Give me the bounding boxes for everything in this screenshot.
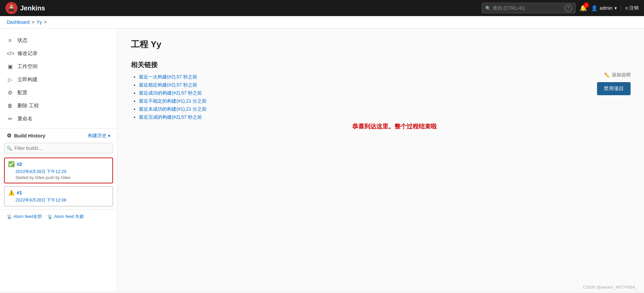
disable-project-button[interactable]: 禁用项目 — [597, 82, 631, 95]
breadcrumb-sep-1: > — [32, 19, 35, 25]
build-1-number-link[interactable]: #1 — [17, 190, 22, 195]
search-icon: 🔍 — [485, 6, 491, 11]
related-links-title: 相关链接 — [131, 60, 631, 69]
page-title: 工程 Yy — [131, 39, 631, 50]
trash-icon: 🗑 — [7, 103, 13, 109]
logout-label: 注销 — [629, 5, 639, 11]
sidebar-label-delete: 删除 工程 — [17, 103, 39, 109]
atom-feed: 📡 Atom feed全部 📡 Atom feed 失败 — [0, 209, 117, 224]
sidebar-item-rename[interactable]: ✏ 重命名 — [0, 112, 117, 125]
breadcrumb-sep-2: > — [44, 19, 47, 25]
notification-bell[interactable]: 🔔 1 — [580, 4, 587, 12]
sidebar-item-workspace[interactable]: ▣ 工作空间 — [0, 60, 117, 73]
sidebar-item-changes[interactable]: </> 修改记录 — [0, 47, 117, 60]
success-icon-2: ✅ — [8, 161, 15, 167]
sidebar-label-changes: 修改记录 — [17, 50, 38, 57]
list-item: 最近完成的构建(#2),57 秒之前 — [139, 114, 631, 120]
related-link-5[interactable]: 最近完成的构建(#2),57 秒之前 — [139, 114, 202, 120]
jenkins-icon — [5, 2, 17, 14]
status-icon: ≡ — [7, 38, 13, 44]
changes-icon: </> — [7, 51, 13, 57]
logout-button[interactable]: ⎋ 注销 — [621, 5, 639, 11]
related-links-list: 最近一次构建(#2),57 秒之前 最近稳定构建(#2),57 秒之前 最近成功… — [131, 74, 631, 120]
svg-rect-5 — [9, 9, 10, 12]
list-item: 最近未成功的构建(#1),21 分之前 — [139, 106, 631, 112]
build-history-subtitle-label: 构建历史 — [88, 133, 107, 139]
build-history-title-group: ⚙ Build History — [7, 132, 45, 139]
sidebar-label-build-now: 立即构建 — [17, 76, 38, 83]
user-icon: 👤 — [591, 5, 598, 11]
help-icon[interactable]: ? — [565, 4, 572, 12]
build-2-started: Started by Gitee push by Gitee — [15, 175, 109, 180]
svg-rect-6 — [13, 9, 14, 12]
svg-point-2 — [10, 6, 11, 7]
right-actions: ✏️ 添加说明 禁用项目 — [597, 72, 631, 95]
sidebar-item-delete[interactable]: 🗑 删除 工程 — [0, 99, 117, 112]
header: Jenkins 🔍 ? 🔔 1 👤 admin ▾ ⎋ 注销 — [0, 0, 644, 16]
atom-icon-all: 📡 — [7, 214, 12, 219]
sidebar-label-rename: 重命名 — [17, 116, 33, 122]
logo[interactable]: Jenkins — [5, 2, 45, 14]
chevron-down-icon: ▾ — [614, 5, 617, 11]
build-item-2[interactable]: ✅ #2 2022年8月28日 下午12:29 Started by Gitee… — [4, 158, 113, 183]
build-2-title: ✅ #2 — [8, 161, 109, 167]
sidebar-item-status[interactable]: ≡ 状态 — [0, 34, 117, 47]
breadcrumb-project[interactable]: Yy — [37, 19, 42, 25]
workspace-icon: ▣ — [7, 63, 13, 70]
breadcrumb-dashboard[interactable]: Dashboard — [7, 19, 30, 25]
build-history-title: Build History — [14, 133, 45, 138]
atom-all-link[interactable]: 📡 Atom feed全部 — [7, 214, 42, 220]
related-link-4[interactable]: 最近未成功的构建(#1),21 分之前 — [139, 106, 207, 112]
filter-builds-container: 🔍 — [4, 143, 113, 154]
gear-icon: ⚙ — [7, 90, 13, 96]
build-item-1[interactable]: ⚠️ #1 2022年8月28日 下午12:08 — [4, 186, 113, 207]
related-link-1[interactable]: 最近稳定构建(#2),57 秒之前 — [139, 82, 197, 87]
add-description-label: 添加说明 — [612, 72, 631, 78]
svg-point-3 — [12, 6, 13, 7]
build-icon: ▷ — [7, 76, 13, 83]
related-links-section: 相关链接 最近一次构建(#2),57 秒之前 最近稳定构建(#2),57 秒之前… — [131, 60, 631, 120]
build-2-date-link[interactable]: 2022年8月28日 下午12:29 — [15, 169, 109, 175]
filter-wrapper: 🔍 — [4, 143, 113, 154]
build-history-header: ⚙ Build History 构建历史 ▾ — [0, 128, 117, 143]
build-2-number-link[interactable]: #2 — [17, 162, 22, 167]
user-label: admin — [600, 5, 612, 11]
pencil-icon: ✏ — [7, 116, 13, 122]
logout-icon: ⎋ — [625, 5, 628, 11]
sidebar-label-status: 状态 — [17, 37, 28, 44]
sidebar-label-workspace: 工作空间 — [17, 63, 38, 70]
notification-badge: 1 — [584, 2, 589, 8]
filter-builds-input[interactable] — [4, 143, 113, 154]
sidebar-label-configure: 配置 — [17, 90, 28, 96]
main-content: 工程 Yy ✏️ 添加说明 禁用项目 相关链接 最近一次构建(#2),57 秒之… — [117, 28, 644, 291]
unstable-icon-1: ⚠️ — [8, 189, 15, 196]
build-history-subtitle[interactable]: 构建历史 ▾ — [88, 133, 110, 139]
add-description-button[interactable]: ✏️ 添加说明 — [604, 72, 631, 78]
congrats-text: 恭喜到达这里。整个过程结束啦 — [352, 122, 437, 130]
related-link-2[interactable]: 最近成功的构建(#2),57 秒之前 — [139, 90, 202, 96]
related-link-0[interactable]: 最近一次构建(#2),57 秒之前 — [139, 74, 197, 79]
sidebar: ≡ 状态 </> 修改记录 ▣ 工作空间 ▷ 立即构建 ⚙ 配置 🗑 删除 工程… — [0, 28, 117, 291]
watermark: CSDN @weixin_46774564_ — [583, 285, 637, 290]
user-menu[interactable]: 👤 admin ▾ — [591, 5, 617, 11]
main-layout: ≡ 状态 </> 修改记录 ▣ 工作空间 ▷ 立即构建 ⚙ 配置 🗑 删除 工程… — [0, 28, 644, 291]
filter-icon: 🔍 — [7, 146, 12, 151]
build-1-date-link[interactable]: 2022年8月28日 下午12:08 — [15, 197, 109, 203]
pencil-icon-desc: ✏️ — [604, 72, 610, 78]
atom-failures-label: Atom feed 失败 — [54, 214, 84, 220]
svg-rect-4 — [9, 9, 13, 11]
related-link-3[interactable]: 最近不稳定的构建(#1),21 分之前 — [139, 98, 207, 104]
sidebar-item-build-now[interactable]: ▷ 立即构建 — [0, 73, 117, 86]
sidebar-item-configure[interactable]: ⚙ 配置 — [0, 86, 117, 99]
search-bar[interactable]: 🔍 ? — [482, 3, 576, 13]
search-input[interactable] — [493, 5, 562, 11]
atom-icon-failures: 📡 — [47, 214, 53, 219]
build-1-title: ⚠️ #1 — [8, 189, 109, 196]
build-history-gear-icon: ⚙ — [7, 132, 11, 139]
list-item: 最近不稳定的构建(#1),21 分之前 — [139, 98, 631, 104]
breadcrumb: Dashboard > Yy > — [0, 16, 644, 28]
list-item: 最近成功的构建(#2),57 秒之前 — [139, 90, 631, 96]
atom-all-label: Atom feed全部 — [13, 214, 42, 220]
list-item: 最近稳定构建(#2),57 秒之前 — [139, 82, 631, 88]
atom-failures-link[interactable]: 📡 Atom feed 失败 — [47, 214, 84, 220]
